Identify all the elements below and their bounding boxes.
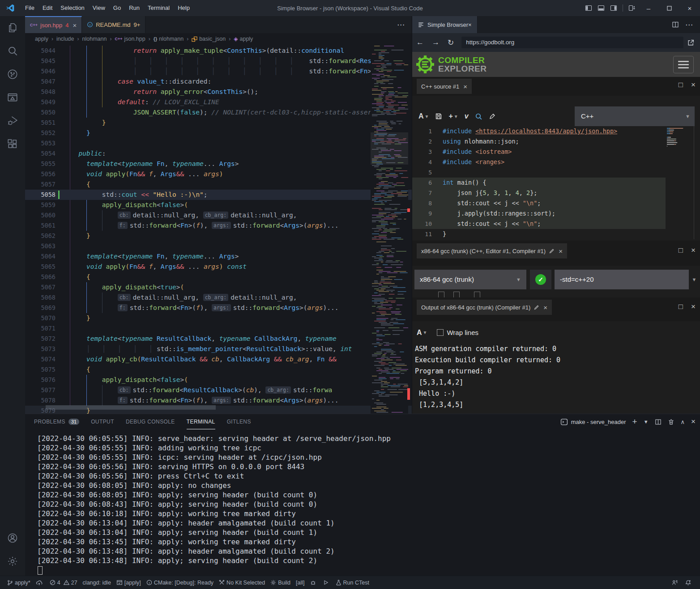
terminal-dropdown-icon[interactable]: ▼ [644,419,649,424]
breadcrumb-item-nlohmann[interactable]: nlohmann [82,36,107,42]
close-icon[interactable]: × [463,83,467,90]
output-tab[interactable]: Output of x86-64 gcc (trunk) (Compiler #… [417,300,552,315]
kill-terminal-icon[interactable] [668,419,674,425]
minimap[interactable] [371,45,408,414]
menu-go[interactable]: Go [109,0,125,16]
panel-tab-debug-console[interactable]: DEBUG CONSOLE [126,414,175,429]
more-actions-icon[interactable]: ⋯ [393,20,408,30]
code-editor[interactable]: 5044 return apply_make_tuple<ConstThis>(… [25,45,412,414]
godbolt-code-line[interactable]: 9 j.apply(std::ranges::sort); [412,208,666,219]
code-line[interactable]: 5074 void apply_cb(ResultCallback && cb,… [25,354,412,364]
tab-simple-browser[interactable]: Simple Browser × [412,16,478,33]
close-pane-icon[interactable]: × [691,246,696,255]
godbolt-code-line[interactable]: 10 std::cout << j << "\n"; [412,219,666,229]
godbolt-code-line[interactable]: 8 std::cout << j << "\n"; [412,198,666,208]
code-line[interactable]: 5068 cb:detail::null_arg, cb_arg:detail:… [25,292,412,303]
wrap-lines-checkbox[interactable] [437,329,444,336]
status-launch-button[interactable] [320,576,333,589]
code-line[interactable]: 5060 cb:detail::null_arg, cb_arg:detail:… [25,210,412,220]
code-line[interactable]: 5076 apply_dispatch<false>( [25,375,412,385]
debug-icon[interactable] [0,109,25,132]
close-icon[interactable]: × [73,21,77,29]
godbolt-scrollbar[interactable] [694,126,694,239]
search-icon[interactable] [0,39,25,63]
code-line[interactable]: 5054 public: [25,148,412,159]
close-pane-icon[interactable]: × [691,302,696,311]
source-tab[interactable]: C++ source #1 × [417,79,472,94]
settings-icon[interactable] [0,550,25,573]
status-problems-status[interactable]: 427 [47,576,80,589]
breadcrumb-item-json.hpp[interactable]: C++json.hpp [115,36,145,42]
font-size-icon[interactable]: A▼ [417,329,427,337]
back-icon[interactable]: ← [412,38,428,47]
code-line[interactable]: 5061 f:std::forward<Fn>(f), args:std::fo… [25,220,412,231]
url-input[interactable]: https://godbolt.org [461,37,683,48]
code-line[interactable]: 5052 } [25,128,412,138]
code-line[interactable]: 5073 │ │ │ │ │ std::is_member_pointer<Re… [25,344,412,354]
godbolt-code-line[interactable]: 2using nlohmann::json; [412,136,666,147]
code-line[interactable]: 5069 f:std::forward<Fn>(f), args:std::fo… [25,303,412,313]
code-line[interactable]: 5048 return apply_error<ConstThis>(); [25,87,412,97]
code-line[interactable]: 5059 apply_dispatch<false>( [25,200,412,210]
split-terminal-icon[interactable] [655,419,662,425]
code-line[interactable]: 5058 std::cout << "Hello :-)\n"; [25,190,412,200]
code-line[interactable]: 5050 JSON_ASSERT(false); // NOLINT(cert-… [25,107,412,118]
toggle-secondary-sidebar-icon[interactable] [607,0,620,16]
split-editor-icon[interactable] [669,17,682,33]
breadcrumb-item-apply[interactable]: apply [35,36,48,42]
code-line[interactable]: 5075 { [25,364,412,375]
tab-README.md[interactable]: README.md9+ [82,16,145,33]
hamburger-menu-icon[interactable] [673,56,694,73]
status-notifications[interactable] [683,576,696,589]
status-build-button[interactable]: Build [268,576,293,589]
maximize-button[interactable] [659,0,679,16]
account-icon[interactable] [0,526,25,550]
toggle-primary-sidebar-icon[interactable] [582,0,595,16]
terminal-output[interactable]: [2022-04-30 06:05:55] INFO: serve_header… [37,434,698,575]
status-kit-status[interactable]: No Kit Selected [216,576,268,589]
godbolt-code[interactable]: 1#include <https://localhost:8443/apply/… [412,126,666,239]
status-debug-button[interactable] [307,576,320,589]
godbolt-code-line[interactable]: 6int main() { [412,178,666,188]
search-icon[interactable] [475,113,482,120]
options-dropdown-icon[interactable]: ▼ [690,270,698,289]
breadcrumb-item-nlohmann[interactable]: {}nlohmann [154,36,184,42]
godbolt-code-line[interactable]: 11} [412,229,666,239]
breadcrumb-item-include[interactable]: include [56,36,74,42]
reload-icon[interactable]: ↻ [444,38,458,47]
status-folder-status[interactable]: [apply] [114,576,144,589]
status-ctest-button[interactable]: Run CTest [333,576,372,589]
code-line[interactable]: 5044 return apply_make_tuple<ConstThis>(… [25,46,412,56]
breadcrumb[interactable]: apply›include›nlohmann›C++json.hpp›{}nlo… [25,33,412,45]
close-pane-icon[interactable]: × [691,81,696,89]
minimize-button[interactable]: – [638,0,659,16]
code-line[interactable]: 5055 template<typename Fn, typename... A… [25,159,412,169]
tab-json.hpp[interactable]: C++json.hpp4× [25,16,82,33]
compiler-select[interactable]: x86-64 gcc (trunk)▼ [414,270,526,289]
code-line[interactable]: 5056 void apply(Fn&& f, Args&& ... args) [25,169,412,179]
menu-edit[interactable]: Edit [38,0,56,16]
maximize-pane-icon[interactable]: □ [679,246,683,255]
maximize-panel-icon[interactable]: ∧ [681,419,685,425]
breadcrumb-item-apply[interactable]: ◈apply [234,36,253,42]
menu-view[interactable]: View [89,0,109,16]
panel-tab-output[interactable]: OUTPUT [91,414,114,429]
code-line[interactable]: 5063 [25,241,412,251]
maximize-pane-icon[interactable]: □ [679,81,683,89]
code-line[interactable]: 5071 [25,323,412,334]
font-size-icon[interactable]: A▼ [418,112,429,120]
menu-run[interactable]: Run [125,0,144,16]
code-line[interactable]: 5051 } [25,118,412,128]
code-line[interactable]: 5046 │ │ │ │ │ │ │ │ │ │ │ std::forward<… [25,66,412,76]
cmake-icon[interactable] [0,86,25,109]
more-actions-icon[interactable]: ⋯ [682,20,696,30]
panel-tab-gitlens[interactable]: GITLENS [227,414,251,429]
close-button[interactable]: × [679,0,700,16]
code-line[interactable]: 5065 void apply(Fn&& f, Args&& ... args)… [25,262,412,272]
rename-icon[interactable] [549,248,555,254]
breadcrumb-item-basic_json[interactable]: basic_json [192,36,226,42]
code-line[interactable]: 5070 } [25,313,412,323]
open-external-icon[interactable] [687,39,695,47]
toggle-panel-icon[interactable] [595,0,607,16]
panel-tab-problems[interactable]: PROBLEMS31 [34,414,79,429]
